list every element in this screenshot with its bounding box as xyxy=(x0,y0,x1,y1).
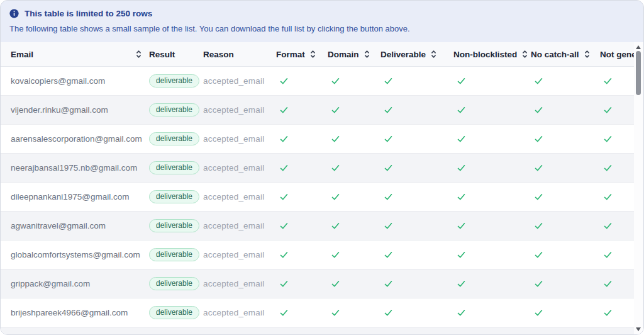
domain-check-cell xyxy=(328,105,380,115)
not-generic-check-cell xyxy=(600,279,634,288)
result-cell: deliverable xyxy=(149,132,203,145)
table-header-row: EmailResultReasonFormatDomainDeliverable… xyxy=(1,42,634,67)
format-check-cell xyxy=(276,308,328,317)
check-icon xyxy=(603,134,613,144)
table-row: aarensalescorporation@gmail.comdeliverab… xyxy=(1,125,634,154)
deliverable-check-cell xyxy=(380,221,453,230)
check-icon xyxy=(331,192,340,202)
email-value: grippack@gmail.com xyxy=(11,279,90,288)
result-cell: deliverable xyxy=(149,277,203,290)
check-icon xyxy=(331,105,340,115)
email-value: brijeshpareek4966@gmail.com xyxy=(11,308,128,317)
table-row: kovaicopiers@gmail.comdeliverableaccepte… xyxy=(1,67,634,96)
sort-toggle-icon[interactable] xyxy=(584,50,590,59)
check-icon xyxy=(457,250,466,259)
format-check-cell xyxy=(276,192,328,202)
result-cell: deliverable xyxy=(149,74,203,88)
banner-subtitle: The following table shows a small sample… xyxy=(9,24,633,33)
reason-value: accepted_email xyxy=(203,163,264,173)
sort-toggle-icon[interactable] xyxy=(364,50,370,59)
check-icon xyxy=(457,221,466,230)
result-badge: deliverable xyxy=(149,219,199,232)
reason-value: accepted_email xyxy=(203,105,264,115)
email-value: globalcomfortsystems@gmail.com xyxy=(11,250,140,259)
not-generic-check-cell xyxy=(600,105,634,115)
reason-cell: accepted_email xyxy=(203,76,276,86)
table-body: kovaicopiers@gmail.comdeliverableaccepte… xyxy=(1,67,634,334)
column-header-result: Result xyxy=(149,50,203,59)
scrollbar-thumb[interactable] xyxy=(636,51,641,95)
column-label: Reason xyxy=(203,50,234,59)
column-header-non-blocklisted[interactable]: Non-blocklisted xyxy=(453,50,531,59)
email-value: neerajbansal1975.nb@gmail.com xyxy=(11,163,137,173)
check-icon xyxy=(534,192,543,202)
info-icon xyxy=(9,9,19,18)
non-blocklisted-check-cell xyxy=(453,105,531,115)
check-icon xyxy=(603,250,613,259)
email-cell: globalcomfortsystems@gmail.com xyxy=(1,250,149,259)
column-label: Format xyxy=(276,50,305,59)
no-catch-all-check-cell xyxy=(531,192,600,202)
reason-cell: accepted_email xyxy=(203,250,276,259)
sort-toggle-icon[interactable] xyxy=(310,50,316,59)
format-check-cell xyxy=(276,250,328,259)
email-value: dileepnankani1975@gmail.com xyxy=(11,192,130,202)
reason-value: accepted_email xyxy=(203,221,264,230)
sort-toggle-icon[interactable] xyxy=(522,50,528,59)
non-blocklisted-check-cell xyxy=(453,279,531,288)
check-icon xyxy=(534,134,543,144)
result-badge: deliverable xyxy=(149,161,199,174)
check-icon xyxy=(457,192,466,202)
check-icon xyxy=(534,163,543,173)
domain-check-cell xyxy=(328,221,380,230)
reason-cell: accepted_email xyxy=(203,134,276,144)
email-value: agwanitravel@gmail.com xyxy=(11,221,106,230)
check-icon xyxy=(384,279,393,288)
not-generic-check-cell xyxy=(600,308,634,317)
check-icon xyxy=(603,105,613,115)
check-icon xyxy=(384,308,393,317)
scroll-up-arrow-icon[interactable] xyxy=(636,45,641,49)
format-check-cell xyxy=(276,134,328,144)
table-row: globalcomfortsystems@gmail.comdeliverabl… xyxy=(1,241,634,270)
check-icon xyxy=(457,308,466,317)
column-header-format[interactable]: Format xyxy=(276,50,328,59)
check-icon xyxy=(384,105,393,115)
email-cell: kovaicopiers@gmail.com xyxy=(1,76,149,86)
non-blocklisted-check-cell xyxy=(453,76,531,86)
check-icon xyxy=(603,163,613,173)
column-header-deliverable[interactable]: Deliverable xyxy=(380,50,453,59)
column-header-domain[interactable]: Domain xyxy=(328,50,380,59)
check-icon xyxy=(331,221,340,230)
column-label: Deliverable xyxy=(380,50,426,59)
column-header-not-generic[interactable]: Not generic xyxy=(600,50,634,59)
check-icon xyxy=(279,221,289,230)
non-blocklisted-check-cell xyxy=(453,192,531,202)
check-icon xyxy=(384,76,393,86)
email-value: aarensalescorporation@gmail.com xyxy=(11,134,142,144)
domain-check-cell xyxy=(328,279,380,288)
column-header-email[interactable]: Email xyxy=(1,50,149,59)
sort-toggle-icon[interactable] xyxy=(431,50,436,59)
table-row-partial xyxy=(1,327,634,334)
reason-cell: accepted_email xyxy=(203,279,276,288)
result-badge: deliverable xyxy=(149,132,199,145)
sort-toggle-icon[interactable] xyxy=(136,50,142,59)
scroll-down-arrow-icon[interactable] xyxy=(636,327,641,331)
table-row: vijender.rinku@gmail.comdeliverableaccep… xyxy=(1,96,634,125)
check-icon xyxy=(331,250,340,259)
no-catch-all-check-cell xyxy=(531,279,600,288)
format-check-cell xyxy=(276,105,328,115)
column-label: Result xyxy=(149,50,175,59)
non-blocklisted-check-cell xyxy=(453,163,531,173)
format-check-cell xyxy=(276,279,328,288)
column-header-no-catch-all[interactable]: No catch-all xyxy=(531,50,600,59)
table-row: dileepnankani1975@gmail.comdeliverableac… xyxy=(1,183,634,212)
non-blocklisted-check-cell xyxy=(453,134,531,144)
deliverable-check-cell xyxy=(380,279,453,288)
reason-value: accepted_email xyxy=(203,192,264,202)
result-cell: deliverable xyxy=(149,219,203,232)
not-generic-check-cell xyxy=(600,192,634,202)
no-catch-all-check-cell xyxy=(531,308,600,317)
vertical-scrollbar[interactable] xyxy=(634,42,643,334)
